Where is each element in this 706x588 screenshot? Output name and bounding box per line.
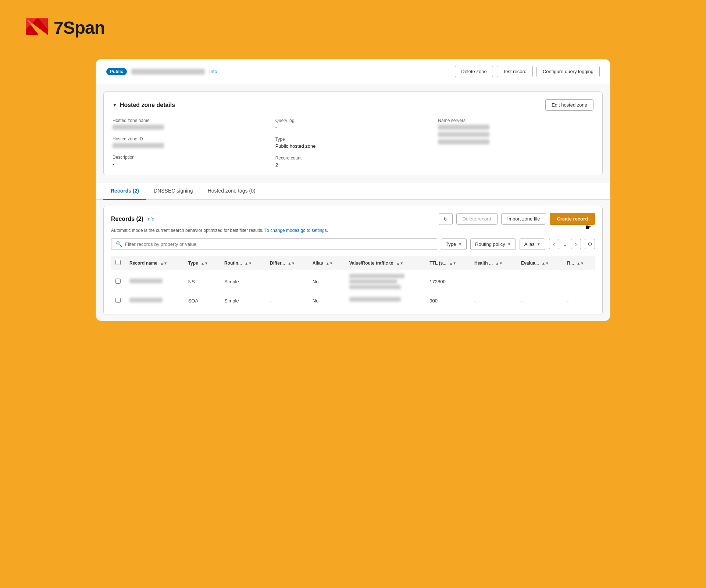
- table-row: SOA Simple - No 900 - - -: [111, 293, 595, 308]
- row1-val1: [349, 274, 404, 278]
- col-r-label: R...: [567, 261, 574, 266]
- row1-checkbox-cell: [111, 270, 125, 293]
- query-log-field: Query log -: [275, 118, 431, 130]
- row1-routing: Simple: [220, 270, 265, 293]
- pagination-controls: ‹ 1 ›: [549, 239, 581, 249]
- ns1-value: [438, 125, 489, 130]
- row1-checkbox[interactable]: [115, 279, 121, 284]
- table-row: NS Simple - No 172800: [111, 270, 595, 293]
- section-title-row: ▼ Hosted zone details Edit hosted zone: [113, 99, 593, 111]
- row2-alias: No: [308, 293, 345, 308]
- row2-differ: -: [265, 293, 308, 308]
- change-modes-link[interactable]: To change modes go to settings.: [264, 228, 328, 233]
- row1-val2: [349, 279, 397, 284]
- zone-header-right: Delete zone Test record Configure query …: [455, 66, 600, 77]
- routing-filter-dropdown[interactable]: Routing policy ▼: [470, 239, 516, 250]
- row2-record-name: [125, 293, 184, 308]
- records-table: Record name ▲▼ Type ▲▼ Routin... ▲▼ Diff…: [111, 256, 595, 308]
- logo-icon: [22, 15, 48, 40]
- search-input[interactable]: [125, 241, 432, 247]
- row1-differ: -: [265, 270, 308, 293]
- alias-filter-caret: ▼: [537, 242, 541, 246]
- row2-name-blurred: [129, 298, 163, 302]
- description-label: Description: [113, 155, 268, 160]
- alias-filter-dropdown[interactable]: Alias ▼: [520, 239, 545, 250]
- hosted-zone-id-value-blurred: [113, 143, 164, 148]
- type-filter-label: Type: [446, 241, 456, 247]
- row2-val-blurred: [349, 297, 401, 302]
- records-section: Records (2) Info ↻ Delete record Import …: [103, 206, 603, 315]
- row2-value: [345, 293, 425, 308]
- create-record-wrapper: Create record ☛: [550, 213, 595, 225]
- row1-value: [345, 270, 425, 293]
- import-zone-button[interactable]: Import zone file: [501, 213, 546, 225]
- configure-query-logging-button[interactable]: Configure query logging: [536, 66, 600, 77]
- col-value-label: Value/Route traffic to: [349, 261, 393, 266]
- page-number: 1: [562, 241, 568, 247]
- type-field: Type Public hosted zone: [275, 137, 431, 149]
- sort-differ-icon: ▲▼: [288, 261, 295, 265]
- collapse-icon: ▼: [113, 103, 117, 108]
- row1-evaluate: -: [517, 270, 563, 293]
- info-link[interactable]: Info: [209, 69, 217, 74]
- col-alias: Alias ▲▼: [308, 256, 345, 270]
- auto-mode-description: Automatic mode is the current search beh…: [111, 228, 263, 233]
- tab-tags[interactable]: Hosted zone tags (0): [200, 183, 263, 200]
- sort-record-name-icon: ▲▼: [160, 261, 167, 265]
- row2-type-value: SOA: [188, 298, 198, 304]
- col-type: Type ▲▼: [184, 256, 220, 270]
- record-count-label: Record count: [275, 155, 431, 161]
- refresh-button[interactable]: ↻: [439, 213, 453, 225]
- sort-evaluate-icon: ▲▼: [542, 261, 549, 265]
- logo-text: 7Span: [54, 18, 105, 38]
- ns3-value: [438, 139, 489, 144]
- edit-hosted-zone-button[interactable]: Edit hosted zone: [545, 99, 593, 111]
- logo-container: 7Span: [22, 15, 105, 40]
- zone-header: Public Info Delete zone Test record Conf…: [96, 59, 610, 84]
- row1-ttl: 172800: [425, 270, 470, 293]
- hosted-zone-name-label: Hosted zone name: [113, 118, 268, 123]
- tab-dnssec[interactable]: DNSSEC signing: [146, 183, 200, 200]
- type-label: Type: [275, 137, 431, 142]
- alias-filter-label: Alias: [524, 241, 535, 247]
- row2-routing-value: Simple: [224, 298, 239, 304]
- sort-type-icon: ▲▼: [201, 261, 208, 265]
- next-page-button[interactable]: ›: [571, 239, 581, 249]
- col-alias-label: Alias: [313, 261, 323, 266]
- name-servers-label: Name servers: [438, 118, 593, 123]
- settings-button[interactable]: ⚙: [585, 239, 595, 249]
- type-filter-dropdown[interactable]: Type ▼: [441, 239, 467, 250]
- section-title: ▼ Hosted zone details: [113, 102, 175, 108]
- col-value: Value/Route traffic to ▲▼: [345, 256, 425, 270]
- row1-record-name: [125, 270, 184, 293]
- hosted-zone-id-label: Hosted zone ID: [113, 136, 268, 141]
- col-ttl: TTL (s... ▲▼: [425, 256, 470, 270]
- prev-page-button[interactable]: ‹: [549, 239, 559, 249]
- auto-mode-text: Automatic mode is the current search beh…: [111, 228, 595, 233]
- records-header: Records (2) Info ↻ Delete record Import …: [111, 213, 595, 225]
- top-bar: 7Span: [0, 0, 706, 51]
- description-field: Description -: [113, 155, 268, 167]
- routing-filter-label: Routing policy: [475, 241, 505, 247]
- delete-record-button[interactable]: Delete record: [456, 213, 498, 225]
- row1-type: NS: [184, 270, 220, 293]
- records-info-link[interactable]: Info: [146, 216, 154, 222]
- row1-val3: [349, 285, 401, 289]
- row1-routing-value: Simple: [224, 279, 239, 284]
- ns2-value: [438, 132, 489, 137]
- hosted-zone-details: ▼ Hosted zone details Edit hosted zone H…: [103, 92, 603, 175]
- details-col-3: Name servers: [438, 118, 593, 168]
- row2-checkbox[interactable]: [115, 298, 121, 303]
- delete-zone-button[interactable]: Delete zone: [455, 66, 493, 77]
- details-grid: Hosted zone name Hosted zone ID Descript…: [113, 118, 593, 168]
- description-value: -: [113, 161, 268, 167]
- test-record-button[interactable]: Test record: [497, 66, 533, 77]
- select-all-checkbox[interactable]: [115, 260, 121, 265]
- gear-icon: ⚙: [588, 241, 592, 247]
- col-differ-label: Differ...: [270, 261, 285, 266]
- row2-evaluate: -: [517, 293, 563, 308]
- records-count-title: Records (2): [111, 216, 143, 222]
- col-ttl-label: TTL (s...: [429, 261, 446, 266]
- tab-records[interactable]: Records (2): [103, 183, 146, 200]
- row2-checkbox-cell: [111, 293, 125, 308]
